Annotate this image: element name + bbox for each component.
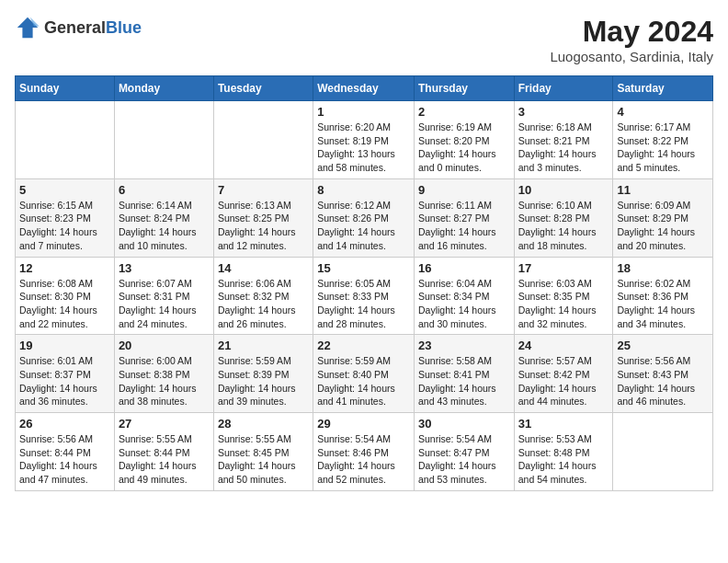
table-row: 19Sunrise: 6:01 AMSunset: 8:37 PMDayligh… [16, 335, 115, 413]
table-row: 28Sunrise: 5:55 AMSunset: 8:45 PMDayligh… [213, 413, 313, 491]
table-row: 12Sunrise: 6:08 AMSunset: 8:30 PMDayligh… [16, 257, 115, 335]
table-row: 17Sunrise: 6:03 AMSunset: 8:35 PMDayligh… [514, 257, 613, 335]
page-header: GeneralBlue May 2024 Luogosanto, Sardini… [15, 15, 713, 64]
logo-text-blue: Blue [106, 18, 142, 37]
calendar-week-row: 12Sunrise: 6:08 AMSunset: 8:30 PMDayligh… [16, 257, 713, 335]
day-number: 17 [518, 261, 609, 275]
day-number: 26 [19, 417, 110, 431]
table-row [16, 101, 115, 179]
day-info: Sunrise: 5:56 AMSunset: 8:43 PMDaylight:… [617, 354, 709, 408]
weekday-header-row: Sunday Monday Tuesday Wednesday Thursday… [16, 76, 713, 101]
day-info: Sunrise: 5:56 AMSunset: 8:44 PMDaylight:… [19, 432, 110, 487]
col-sunday: Sunday [16, 76, 115, 101]
table-row: 10Sunrise: 6:10 AMSunset: 8:28 PMDayligh… [514, 178, 613, 257]
day-number: 4 [617, 105, 709, 119]
calendar-week-row: 1Sunrise: 6:20 AMSunset: 8:19 PMDaylight… [16, 101, 713, 179]
day-info: Sunrise: 5:54 AMSunset: 8:46 PMDaylight:… [317, 432, 410, 487]
day-info: Sunrise: 6:00 AMSunset: 8:38 PMDaylight:… [119, 354, 210, 408]
day-number: 13 [119, 261, 210, 275]
day-info: Sunrise: 6:14 AMSunset: 8:24 PMDaylight:… [119, 199, 210, 253]
table-row: 1Sunrise: 6:20 AMSunset: 8:19 PMDaylight… [313, 101, 415, 179]
day-info: Sunrise: 6:03 AMSunset: 8:35 PMDaylight:… [518, 277, 609, 331]
table-row: 14Sunrise: 6:06 AMSunset: 8:32 PMDayligh… [213, 257, 313, 335]
table-row: 4Sunrise: 6:17 AMSunset: 8:22 PMDaylight… [613, 101, 713, 179]
day-info: Sunrise: 5:59 AMSunset: 8:39 PMDaylight:… [218, 354, 309, 408]
location-subtitle: Luogosanto, Sardinia, Italy [550, 49, 713, 64]
table-row: 6Sunrise: 6:14 AMSunset: 8:24 PMDaylight… [114, 178, 213, 257]
table-row [613, 413, 713, 491]
logo-icon [15, 15, 40, 40]
table-row: 26Sunrise: 5:56 AMSunset: 8:44 PMDayligh… [16, 413, 115, 491]
table-row [114, 101, 213, 179]
day-number: 16 [418, 261, 510, 275]
day-number: 29 [317, 417, 410, 431]
day-info: Sunrise: 5:53 AMSunset: 8:48 PMDaylight:… [518, 432, 609, 487]
day-info: Sunrise: 6:08 AMSunset: 8:30 PMDaylight:… [19, 277, 110, 331]
day-info: Sunrise: 6:15 AMSunset: 8:23 PMDaylight:… [19, 199, 110, 253]
day-number: 20 [119, 339, 210, 352]
day-number: 27 [119, 417, 210, 431]
day-number: 22 [317, 339, 410, 352]
day-info: Sunrise: 6:10 AMSunset: 8:28 PMDaylight:… [518, 199, 609, 253]
day-number: 28 [218, 417, 309, 431]
day-number: 25 [617, 339, 709, 352]
day-info: Sunrise: 6:20 AMSunset: 8:19 PMDaylight:… [317, 121, 410, 175]
day-info: Sunrise: 5:59 AMSunset: 8:40 PMDaylight:… [317, 354, 410, 408]
table-row: 30Sunrise: 5:54 AMSunset: 8:47 PMDayligh… [414, 413, 514, 491]
day-number: 24 [518, 339, 609, 352]
col-friday: Friday [514, 76, 613, 101]
day-number: 10 [518, 183, 609, 197]
table-row: 27Sunrise: 5:55 AMSunset: 8:44 PMDayligh… [114, 413, 213, 491]
calendar-body: 1Sunrise: 6:20 AMSunset: 8:19 PMDaylight… [16, 101, 713, 491]
day-info: Sunrise: 6:18 AMSunset: 8:21 PMDaylight:… [518, 121, 609, 175]
calendar-week-row: 5Sunrise: 6:15 AMSunset: 8:23 PMDaylight… [16, 178, 713, 257]
day-number: 11 [617, 183, 709, 197]
day-info: Sunrise: 6:13 AMSunset: 8:25 PMDaylight:… [218, 199, 309, 253]
day-info: Sunrise: 5:57 AMSunset: 8:42 PMDaylight:… [518, 354, 609, 408]
day-info: Sunrise: 6:02 AMSunset: 8:36 PMDaylight:… [617, 277, 709, 331]
table-row: 24Sunrise: 5:57 AMSunset: 8:42 PMDayligh… [514, 335, 613, 413]
table-row: 29Sunrise: 5:54 AMSunset: 8:46 PMDayligh… [313, 413, 415, 491]
table-row: 31Sunrise: 5:53 AMSunset: 8:48 PMDayligh… [514, 413, 613, 491]
day-number: 7 [218, 183, 309, 197]
table-row: 8Sunrise: 6:12 AMSunset: 8:26 PMDaylight… [313, 178, 415, 257]
table-row [213, 101, 313, 179]
svg-marker-0 [17, 17, 38, 38]
day-info: Sunrise: 6:09 AMSunset: 8:29 PMDaylight:… [617, 199, 709, 253]
day-info: Sunrise: 6:12 AMSunset: 8:26 PMDaylight:… [317, 199, 410, 253]
table-row: 9Sunrise: 6:11 AMSunset: 8:27 PMDaylight… [414, 178, 514, 257]
day-number: 3 [518, 105, 609, 119]
day-number: 5 [19, 183, 110, 197]
day-number: 6 [119, 183, 210, 197]
title-block: May 2024 Luogosanto, Sardinia, Italy [550, 15, 713, 64]
day-info: Sunrise: 5:58 AMSunset: 8:41 PMDaylight:… [418, 354, 510, 408]
day-info: Sunrise: 6:06 AMSunset: 8:32 PMDaylight:… [218, 277, 309, 331]
logo: GeneralBlue [15, 15, 142, 40]
day-info: Sunrise: 5:54 AMSunset: 8:47 PMDaylight:… [418, 432, 510, 487]
table-row: 18Sunrise: 6:02 AMSunset: 8:36 PMDayligh… [613, 257, 713, 335]
day-number: 8 [317, 183, 410, 197]
table-row: 21Sunrise: 5:59 AMSunset: 8:39 PMDayligh… [213, 335, 313, 413]
table-row: 2Sunrise: 6:19 AMSunset: 8:20 PMDaylight… [414, 101, 514, 179]
table-row: 15Sunrise: 6:05 AMSunset: 8:33 PMDayligh… [313, 257, 415, 335]
day-info: Sunrise: 6:11 AMSunset: 8:27 PMDaylight:… [418, 199, 510, 253]
logo-text-general: General [44, 18, 106, 37]
day-info: Sunrise: 6:04 AMSunset: 8:34 PMDaylight:… [418, 277, 510, 331]
day-number: 19 [19, 339, 110, 352]
table-row: 16Sunrise: 6:04 AMSunset: 8:34 PMDayligh… [414, 257, 514, 335]
day-number: 15 [317, 261, 410, 275]
calendar-week-row: 19Sunrise: 6:01 AMSunset: 8:37 PMDayligh… [16, 335, 713, 413]
day-info: Sunrise: 6:05 AMSunset: 8:33 PMDaylight:… [317, 277, 410, 331]
table-row: 25Sunrise: 5:56 AMSunset: 8:43 PMDayligh… [613, 335, 713, 413]
col-thursday: Thursday [414, 76, 514, 101]
day-info: Sunrise: 5:55 AMSunset: 8:44 PMDaylight:… [119, 432, 210, 487]
day-number: 9 [418, 183, 510, 197]
col-monday: Monday [114, 76, 213, 101]
day-number: 1 [317, 105, 410, 119]
day-number: 21 [218, 339, 309, 352]
table-row: 3Sunrise: 6:18 AMSunset: 8:21 PMDaylight… [514, 101, 613, 179]
table-row: 7Sunrise: 6:13 AMSunset: 8:25 PMDaylight… [213, 178, 313, 257]
day-info: Sunrise: 6:19 AMSunset: 8:20 PMDaylight:… [418, 121, 510, 175]
day-number: 14 [218, 261, 309, 275]
calendar-table: Sunday Monday Tuesday Wednesday Thursday… [15, 75, 713, 491]
